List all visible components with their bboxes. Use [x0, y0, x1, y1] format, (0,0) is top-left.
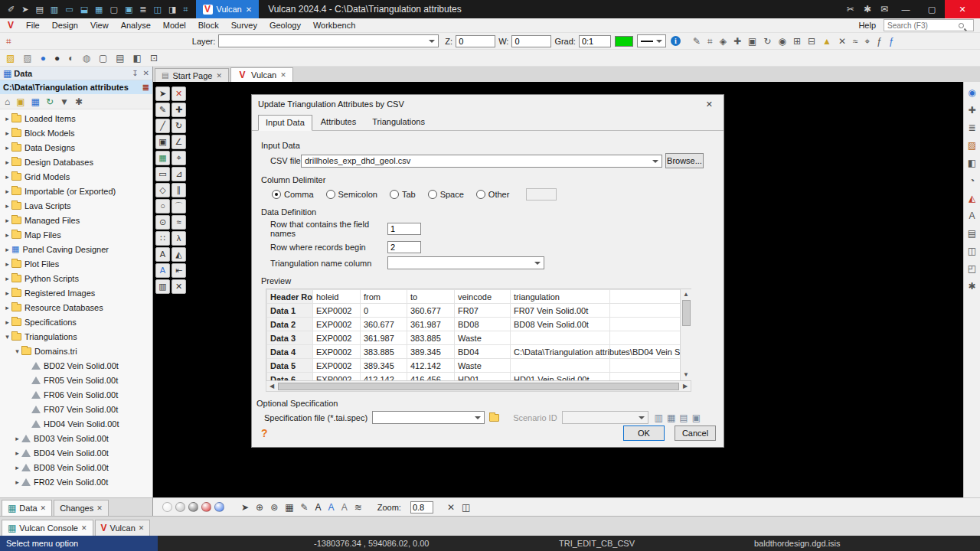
half-sphere-icon[interactable]: ◐ — [68, 54, 74, 63]
close-icon[interactable]: ✕ — [701, 98, 717, 111]
expand-arrow-icon[interactable]: ▸ — [3, 217, 11, 224]
cells-icon[interactable]: ⌗ — [183, 5, 188, 14]
add-icon[interactable]: ✚ — [733, 37, 741, 46]
ring-icon[interactable]: ◍ — [82, 54, 90, 63]
tree-item-fr05-vein-solid-00t[interactable]: FR05 Vein Solid.00t — [0, 373, 152, 387]
preview-header-cell[interactable]: holeid — [313, 290, 361, 304]
select-cursor-icon[interactable]: ➤ — [155, 86, 170, 101]
preview-cell[interactable] — [511, 359, 610, 373]
magnifier-icon[interactable]: ◉ — [968, 88, 975, 97]
z-input[interactable] — [456, 35, 495, 47]
text-path-icon[interactable]: A — [328, 503, 335, 512]
triangulation-name-column-combobox[interactable] — [387, 256, 544, 269]
tree-item-hd04-vein-solid-00t[interactable]: HD04 Vein Solid.00t — [0, 416, 152, 431]
spec-load-icon[interactable]: ▦ — [667, 413, 675, 422]
preview-cell[interactable]: 0 — [361, 304, 407, 318]
chart-icon[interactable]: ▥ — [51, 5, 58, 14]
gear-icon[interactable]: ✱ — [864, 5, 871, 14]
palette-icon[interactable]: ▨ — [968, 141, 976, 150]
tree-item-loaded-items[interactable]: ▸Loaded Items — [0, 111, 152, 126]
row-label[interactable]: Data 5 — [267, 359, 313, 373]
preview-cell[interactable]: 412.142 — [407, 359, 455, 373]
spec-save-icon[interactable]: ▥ — [655, 413, 663, 422]
text-icon[interactable]: A — [155, 247, 170, 262]
menu-item-survey[interactable]: Survey — [225, 21, 263, 30]
close-icon[interactable]: ✕ — [246, 5, 252, 14]
parallel-icon[interactable]: ∥ — [172, 183, 186, 197]
preview-cell[interactable]: C:\Data\Triangulation attributes\BD04 Ve… — [511, 345, 610, 359]
preview-cell[interactable] — [610, 373, 681, 382]
angle-icon[interactable]: ∠ — [172, 135, 186, 149]
expand-icon[interactable]: ⊞ — [793, 37, 801, 46]
tab-vulcan[interactable]: V Vulcan ✕ — [230, 67, 293, 82]
close-icon[interactable]: ✕ — [41, 504, 47, 512]
delete-icon[interactable]: ✕ — [447, 503, 455, 512]
close-icon[interactable]: ✕ — [81, 524, 87, 532]
tree-item-design-databases[interactable]: ▸Design Databases — [0, 155, 152, 169]
dialog-titlebar[interactable]: Update Triangulation Attributes by CSV ✕ — [252, 95, 724, 113]
cursor-icon[interactable]: ➤ — [241, 503, 249, 512]
compass-icon[interactable]: ⌖ — [172, 151, 186, 165]
expand-arrow-icon[interactable]: ▸ — [3, 144, 11, 152]
expand-arrow-icon[interactable]: ▸ — [3, 289, 11, 297]
pencil-icon[interactable]: ✎ — [301, 503, 309, 512]
ellipse-icon[interactable]: ⊙ — [155, 215, 170, 230]
refresh-icon[interactable]: ↻ — [46, 97, 54, 106]
expand-arrow-icon[interactable]: ▸ — [3, 187, 11, 195]
snap-point-icon[interactable]: ◈ — [720, 37, 727, 46]
curve-icon[interactable]: ≈ — [853, 37, 858, 46]
tree-item-registered-images[interactable]: ▸Registered Images — [0, 285, 152, 300]
table-icon[interactable]: ▣ — [125, 5, 132, 14]
arc-icon[interactable]: ⌒ — [172, 199, 186, 214]
preview-cell[interactable]: 360.677 — [361, 318, 407, 331]
scroll-down-icon[interactable]: ▼ — [683, 370, 689, 380]
erase-icon[interactable]: ✕ — [172, 279, 186, 294]
row-label[interactable]: Data 1 — [267, 304, 313, 318]
row-label[interactable]: Header Row — [267, 290, 313, 304]
crosshair-icon[interactable]: ⊕ — [256, 503, 263, 512]
tab-triangulations[interactable]: Triangulations — [364, 114, 433, 130]
point-grid-icon[interactable]: ∷ — [155, 231, 170, 246]
expand-arrow-icon[interactable]: ▾ — [13, 347, 21, 355]
grid-icon[interactable]: ▦ — [285, 503, 293, 512]
expand-arrow-icon[interactable]: ▸ — [13, 464, 21, 471]
preview-cell[interactable]: HD01 — [455, 373, 511, 382]
tree-item-bd02-vein-solid-00t[interactable]: BD02 Vein Solid.00t — [0, 358, 152, 373]
new-folder-icon[interactable]: ▣ — [16, 97, 24, 106]
close-icon[interactable]: ✕ — [280, 71, 286, 79]
tree-item-bd04-vein-solid-00t[interactable]: ▸BD04 Vein Solid.00t — [0, 445, 152, 460]
render-sphere-icon[interactable] — [188, 502, 198, 512]
menu-item-design[interactable]: Design — [46, 21, 84, 30]
records-begin-row-input[interactable] — [387, 241, 421, 253]
collapse-icon[interactable]: ⊟ — [808, 37, 815, 46]
layers-icon[interactable]: ≣ — [968, 123, 975, 132]
pin-icon[interactable]: ↧ — [132, 70, 138, 77]
center-icon[interactable]: ⌖ — [865, 37, 871, 46]
preview-horizontal-scrollbar[interactable]: ◀ ▶ — [266, 381, 691, 392]
function-b-icon[interactable]: ƒ — [889, 37, 894, 46]
preview-cell[interactable]: 416.456 — [407, 373, 455, 382]
barcode-icon[interactable]: ▥ — [155, 279, 170, 294]
text-note-icon[interactable]: A — [341, 503, 348, 512]
preview-cell[interactable]: 383.885 — [407, 331, 455, 345]
preview-header-cell[interactable]: to — [407, 290, 455, 304]
menu-item-file[interactable]: File — [20, 21, 46, 30]
marquee-icon[interactable]: ▣ — [155, 135, 170, 149]
select-box-icon[interactable]: ▣ — [748, 37, 756, 46]
half-box-icon[interactable]: ◧ — [133, 54, 142, 63]
preview-cell[interactable] — [610, 331, 681, 345]
preview-cell[interactable]: BD04 — [455, 345, 511, 359]
tree-item-domains-tri[interactable]: ▾Domains.tri — [0, 344, 152, 358]
cursor-icon[interactable]: ➤ — [21, 5, 28, 14]
w-input[interactable] — [511, 35, 551, 47]
maximize-button[interactable]: ▢ — [919, 0, 945, 18]
delimiter-radio-other[interactable]: Other — [476, 190, 510, 199]
tree-item-managed-files[interactable]: ▸Managed Files — [0, 213, 152, 227]
ruler-icon[interactable]: ⊿ — [172, 167, 186, 181]
tree-item-triangulations[interactable]: ▾Triangulations — [0, 329, 152, 344]
open-folder-icon[interactable] — [489, 414, 499, 422]
sphere-dark-icon[interactable]: ● — [54, 54, 60, 63]
layer-gray-icon[interactable]: ▨ — [23, 54, 31, 63]
dimension-icon[interactable]: ⇤ — [172, 263, 186, 278]
spline-icon[interactable]: ≋ — [354, 503, 362, 512]
